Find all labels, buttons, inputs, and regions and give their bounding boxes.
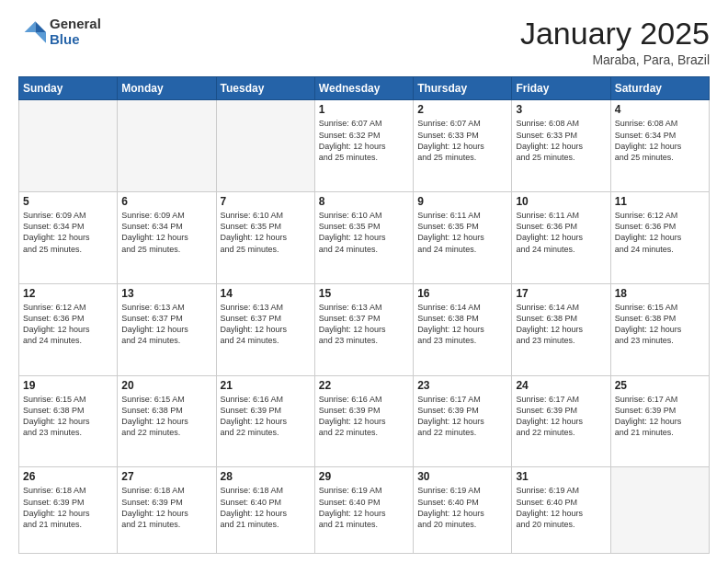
day-info: Sunrise: 6:19 AM Sunset: 6:40 PM Dayligh… xyxy=(417,485,507,530)
calendar-day-cell: 26Sunrise: 6:18 AM Sunset: 6:39 PM Dayli… xyxy=(19,467,118,554)
calendar-week-row: 12Sunrise: 6:12 AM Sunset: 6:36 PM Dayli… xyxy=(19,283,710,375)
day-info: Sunrise: 6:18 AM Sunset: 6:39 PM Dayligh… xyxy=(23,485,113,530)
calendar-day-cell: 23Sunrise: 6:17 AM Sunset: 6:39 PM Dayli… xyxy=(414,375,512,467)
day-info: Sunrise: 6:19 AM Sunset: 6:40 PM Dayligh… xyxy=(319,485,409,530)
svg-marker-1 xyxy=(35,32,46,43)
calendar-day-cell: 15Sunrise: 6:13 AM Sunset: 6:37 PM Dayli… xyxy=(314,283,413,375)
calendar-day-cell: 16Sunrise: 6:14 AM Sunset: 6:38 PM Dayli… xyxy=(414,283,512,375)
day-info: Sunrise: 6:14 AM Sunset: 6:38 PM Dayligh… xyxy=(417,302,507,347)
day-info: Sunrise: 6:19 AM Sunset: 6:40 PM Dayligh… xyxy=(516,485,606,530)
logo-blue: Blue xyxy=(50,32,101,48)
day-number: 23 xyxy=(417,379,507,392)
calendar-day-cell xyxy=(19,100,118,192)
day-number: 28 xyxy=(221,470,311,483)
day-number: 19 xyxy=(23,379,113,392)
day-info: Sunrise: 6:18 AM Sunset: 6:40 PM Dayligh… xyxy=(221,485,311,530)
calendar-day-cell xyxy=(118,100,216,192)
day-number: 5 xyxy=(23,195,113,208)
calendar-table: SundayMondayTuesdayWednesdayThursdayFrid… xyxy=(18,76,710,554)
day-number: 17 xyxy=(516,287,606,300)
calendar-day-cell: 11Sunrise: 6:12 AM Sunset: 6:36 PM Dayli… xyxy=(610,192,709,284)
day-info: Sunrise: 6:17 AM Sunset: 6:39 PM Dayligh… xyxy=(516,394,606,439)
day-info: Sunrise: 6:11 AM Sunset: 6:36 PM Dayligh… xyxy=(516,210,606,255)
day-info: Sunrise: 6:07 AM Sunset: 6:33 PM Dayligh… xyxy=(417,118,507,163)
day-number: 9 xyxy=(417,195,507,208)
calendar-day-cell: 5Sunrise: 6:09 AM Sunset: 6:34 PM Daylig… xyxy=(19,192,118,284)
calendar-day-cell: 29Sunrise: 6:19 AM Sunset: 6:40 PM Dayli… xyxy=(314,467,413,554)
weekday-header-cell: Saturday xyxy=(610,77,709,100)
calendar-day-cell: 19Sunrise: 6:15 AM Sunset: 6:38 PM Dayli… xyxy=(19,375,118,467)
day-info: Sunrise: 6:16 AM Sunset: 6:39 PM Dayligh… xyxy=(221,394,311,439)
day-number: 3 xyxy=(516,103,606,116)
day-number: 16 xyxy=(417,287,507,300)
day-info: Sunrise: 6:15 AM Sunset: 6:38 PM Dayligh… xyxy=(615,302,705,347)
day-info: Sunrise: 6:09 AM Sunset: 6:34 PM Dayligh… xyxy=(121,210,211,255)
day-info: Sunrise: 6:08 AM Sunset: 6:34 PM Dayligh… xyxy=(615,118,705,163)
day-number: 2 xyxy=(417,103,507,116)
logo-icon xyxy=(18,18,46,46)
calendar-week-row: 26Sunrise: 6:18 AM Sunset: 6:39 PM Dayli… xyxy=(19,467,710,554)
day-info: Sunrise: 6:13 AM Sunset: 6:37 PM Dayligh… xyxy=(221,302,311,347)
calendar-day-cell: 25Sunrise: 6:17 AM Sunset: 6:39 PM Dayli… xyxy=(610,375,709,467)
calendar-day-cell: 21Sunrise: 6:16 AM Sunset: 6:39 PM Dayli… xyxy=(216,375,314,467)
day-info: Sunrise: 6:15 AM Sunset: 6:38 PM Dayligh… xyxy=(121,394,211,439)
day-number: 20 xyxy=(121,379,211,392)
calendar-week-row: 19Sunrise: 6:15 AM Sunset: 6:38 PM Dayli… xyxy=(19,375,710,467)
weekday-header-cell: Monday xyxy=(118,77,216,100)
weekday-header-cell: Thursday xyxy=(414,77,512,100)
day-number: 4 xyxy=(615,103,705,116)
day-number: 14 xyxy=(221,287,311,300)
weekday-header-cell: Wednesday xyxy=(314,77,413,100)
calendar-day-cell xyxy=(216,100,314,192)
day-number: 21 xyxy=(221,379,311,392)
calendar-day-cell: 30Sunrise: 6:19 AM Sunset: 6:40 PM Dayli… xyxy=(414,467,512,554)
day-number: 26 xyxy=(23,470,113,483)
calendar-day-cell: 9Sunrise: 6:11 AM Sunset: 6:35 PM Daylig… xyxy=(414,192,512,284)
day-info: Sunrise: 6:08 AM Sunset: 6:33 PM Dayligh… xyxy=(516,118,606,163)
header: General Blue January 2025 Maraba, Para, … xyxy=(18,17,710,67)
calendar-day-cell: 24Sunrise: 6:17 AM Sunset: 6:39 PM Dayli… xyxy=(512,375,610,467)
day-number: 27 xyxy=(121,470,211,483)
day-number: 1 xyxy=(319,103,409,116)
day-number: 15 xyxy=(319,287,409,300)
day-info: Sunrise: 6:14 AM Sunset: 6:38 PM Dayligh… xyxy=(516,302,606,347)
day-info: Sunrise: 6:16 AM Sunset: 6:39 PM Dayligh… xyxy=(319,394,409,439)
day-number: 12 xyxy=(23,287,113,300)
day-info: Sunrise: 6:17 AM Sunset: 6:39 PM Dayligh… xyxy=(417,394,507,439)
day-info: Sunrise: 6:13 AM Sunset: 6:37 PM Dayligh… xyxy=(121,302,211,347)
day-number: 11 xyxy=(615,195,705,208)
page: General Blue January 2025 Maraba, Para, … xyxy=(0,0,728,563)
calendar-day-cell: 27Sunrise: 6:18 AM Sunset: 6:39 PM Dayli… xyxy=(118,467,216,554)
calendar-day-cell: 18Sunrise: 6:15 AM Sunset: 6:38 PM Dayli… xyxy=(610,283,709,375)
calendar-week-row: 1Sunrise: 6:07 AM Sunset: 6:32 PM Daylig… xyxy=(19,100,710,192)
weekday-header-cell: Sunday xyxy=(19,77,118,100)
svg-marker-0 xyxy=(35,21,46,32)
calendar-day-cell: 12Sunrise: 6:12 AM Sunset: 6:36 PM Dayli… xyxy=(19,283,118,375)
day-number: 22 xyxy=(319,379,409,392)
day-info: Sunrise: 6:12 AM Sunset: 6:36 PM Dayligh… xyxy=(23,302,113,347)
day-number: 24 xyxy=(516,379,606,392)
calendar-day-cell: 7Sunrise: 6:10 AM Sunset: 6:35 PM Daylig… xyxy=(216,192,314,284)
calendar-day-cell: 13Sunrise: 6:13 AM Sunset: 6:37 PM Dayli… xyxy=(118,283,216,375)
weekday-header-cell: Friday xyxy=(512,77,610,100)
day-number: 18 xyxy=(615,287,705,300)
svg-marker-2 xyxy=(25,21,36,32)
day-number: 10 xyxy=(516,195,606,208)
logo-text: General Blue xyxy=(50,17,101,47)
day-info: Sunrise: 6:13 AM Sunset: 6:37 PM Dayligh… xyxy=(319,302,409,347)
calendar-day-cell: 10Sunrise: 6:11 AM Sunset: 6:36 PM Dayli… xyxy=(512,192,610,284)
day-number: 7 xyxy=(221,195,311,208)
calendar-day-cell: 17Sunrise: 6:14 AM Sunset: 6:38 PM Dayli… xyxy=(512,283,610,375)
day-info: Sunrise: 6:17 AM Sunset: 6:39 PM Dayligh… xyxy=(615,394,705,439)
day-info: Sunrise: 6:10 AM Sunset: 6:35 PM Dayligh… xyxy=(319,210,409,255)
logo: General Blue xyxy=(18,17,101,47)
calendar-day-cell: 6Sunrise: 6:09 AM Sunset: 6:34 PM Daylig… xyxy=(118,192,216,284)
day-info: Sunrise: 6:10 AM Sunset: 6:35 PM Dayligh… xyxy=(221,210,311,255)
day-info: Sunrise: 6:18 AM Sunset: 6:39 PM Dayligh… xyxy=(121,485,211,530)
calendar-week-row: 5Sunrise: 6:09 AM Sunset: 6:34 PM Daylig… xyxy=(19,192,710,284)
calendar-day-cell xyxy=(610,467,709,554)
calendar-day-cell: 28Sunrise: 6:18 AM Sunset: 6:40 PM Dayli… xyxy=(216,467,314,554)
calendar-body: 1Sunrise: 6:07 AM Sunset: 6:32 PM Daylig… xyxy=(19,100,710,554)
location: Maraba, Para, Brazil xyxy=(520,52,710,67)
calendar-day-cell: 4Sunrise: 6:08 AM Sunset: 6:34 PM Daylig… xyxy=(610,100,709,192)
